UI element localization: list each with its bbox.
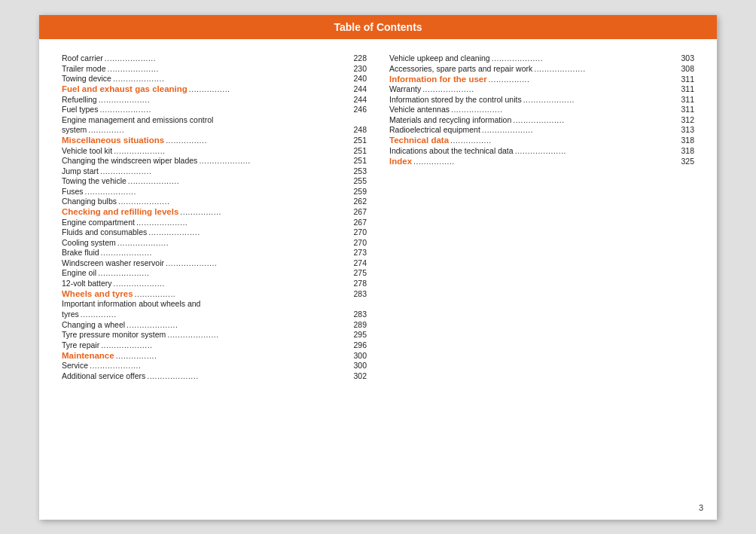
toc-section-title: Wheels and tyres [62,289,133,298]
toc-dots: .................... [514,146,676,155]
toc-dots: ................ [449,136,676,145]
toc-label: Towing device [62,74,111,83]
toc-row: Engine management and emissions controls… [62,115,367,135]
toc-row: Important information about wheels andty… [62,299,367,319]
toc-label: Warranty [389,84,421,93]
toc-dots: .................... [511,115,676,124]
toc-page-number: 295 [349,330,367,339]
toc-page-number: 311 [676,75,694,84]
toc-label: Information stored by the control units [389,95,522,104]
toc-row: Radioelectrical equipment ..............… [389,125,694,134]
toc-dots: .................... [197,156,349,165]
toc-row: Fluids and consumables .................… [62,227,367,236]
toc-page-number: 244 [349,84,367,93]
toc-page-number: 274 [349,258,367,267]
toc-dots: .................... [112,146,349,155]
toc-row: Warranty ....................311 [389,84,694,93]
toc-label: Roof carrier [62,53,103,63]
toc-page-number: 311 [676,105,694,114]
toc-label: Fuel types [62,105,98,114]
toc-dots: .................... [117,197,349,206]
toc-label: Engine management and emissions control [62,115,213,124]
toc-page-number: 300 [349,351,367,360]
toc-page-number: 240 [349,74,367,83]
toc-row: Vehicle upkeep and cleaning ............… [389,53,694,63]
toc-section-row: Technical data ................318 [389,136,694,145]
toc-row: Brake fluid ....................273 [62,248,367,257]
toc-row: Refuelling ....................244 [62,95,367,104]
toc-label: Indications about the technical data [389,146,514,155]
toc-dots: .................... [88,361,349,370]
toc-row: Tyre repair ....................296 [62,340,367,349]
toc-dots: .................... [145,371,349,380]
toc-page-number: 325 [676,157,694,166]
toc-row: Towing the vehicle ....................2… [62,176,367,185]
toc-page-number: 251 [349,156,367,165]
toc-row: Indications about the technical data ...… [389,146,694,155]
toc-dots: .................... [125,320,349,329]
toc-page-number: 244 [349,95,367,104]
toc-label: Refuelling [62,95,97,104]
toc-page-number: 230 [349,64,367,73]
toc-dots: ................ [164,136,349,145]
toc-label: Fluids and consumables [62,227,147,236]
toc-dots: .................... [147,227,349,236]
toc-row: Accessories, spare parts and repair work… [389,64,694,73]
toc-dots: .................... [135,218,349,227]
toc-label: Windscreen washer reservoir [62,258,164,267]
toc-dots: .................... [490,53,676,63]
toc-row: Engine compartment ....................2… [62,218,367,227]
toc-label: Engine compartment [62,218,135,227]
toc-dots: .................... [522,95,676,104]
toc-label: Important information about wheels and [62,299,200,308]
toc-page-number: 273 [349,248,367,257]
toc-label: Engine oil [62,268,96,277]
toc-row: Tyre pressure monitor system ...........… [62,330,367,339]
toc-page-number: 228 [349,53,367,63]
toc-dots: .................... [97,95,349,104]
toc-dots: .................... [98,105,349,114]
toc-dots: .................... [164,258,349,267]
toc-label: Jump start [62,166,99,175]
toc-page-number: 302 [349,371,367,380]
toc-dots: .................... [127,176,349,185]
toc-page-number: 251 [349,146,367,155]
toc-page-number: 313 [676,125,694,134]
toc-dots: .............. [79,310,349,319]
toc-section-row: Maintenance ................300 [62,351,367,360]
toc-row-line1: Engine management and emissions control [62,115,367,124]
toc-section-row: Fuel and exhaust gas cleaning ..........… [62,84,367,93]
toc-page-number: 311 [676,84,694,93]
toc-row: Fuel types ....................246 [62,105,367,114]
toc-row: Changing a wheel ....................289 [62,320,367,329]
toc-dots: .................... [99,248,349,257]
toc-row: Additional service offers ..............… [62,371,367,380]
toc-dots: .............. [87,125,349,134]
toc-label: Brake fluid [62,248,99,257]
toc-section-title: Checking and refilling levels [62,207,178,216]
toc-row: Changing bulbs ....................262 [62,197,367,206]
toc-row: Information stored by the control units … [389,95,694,104]
toc-label: Accessories, spare parts and repair work [389,64,532,73]
toc-dots: .................... [166,330,349,339]
content-area: Roof carrier ....................228Trai… [39,39,717,517]
toc-row-line2: tyres ..............283 [62,310,367,319]
toc-section-title: Technical data [389,136,449,145]
toc-row: Windscreen washer reservoir ............… [62,258,367,267]
toc-page-number: 267 [349,218,367,227]
toc-label: tyres [62,310,79,319]
toc-dots: .................... [106,64,349,73]
toc-row: Vehicle tool kit ....................251 [62,146,367,155]
toc-label: system [62,125,87,134]
toc-page-number: 312 [676,115,694,124]
toc-label: Changing a wheel [62,320,125,329]
toc-page-number: 270 [349,227,367,236]
toc-page-number: 296 [349,340,367,349]
toc-page-number: 275 [349,268,367,277]
toc-section-row: Index ................325 [389,157,694,166]
toc-label: Trailer mode [62,64,106,73]
page: Table of Contents Roof carrier .........… [39,15,717,520]
toc-label: Service [62,361,88,370]
toc-row: Service ....................300 [62,361,367,370]
toc-page-number: 259 [349,187,367,196]
